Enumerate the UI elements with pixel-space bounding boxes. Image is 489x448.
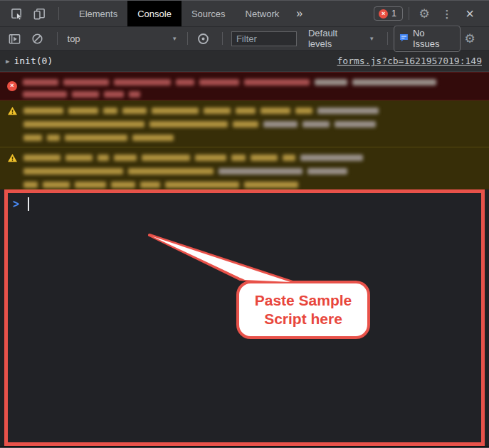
- redacted-text-line: [23, 88, 482, 100]
- console-prompt-icon: >: [13, 197, 19, 212]
- issues-flag-icon: [399, 33, 409, 43]
- divider: [58, 7, 59, 20]
- text-cursor: [28, 197, 29, 211]
- error-count-label: 1: [391, 9, 396, 19]
- devtools-window: Elements Console Sources Network » × 1 ⚙…: [0, 0, 489, 448]
- redacted-text-line: [23, 118, 482, 131]
- console-sidebar-icon[interactable]: [6, 29, 24, 48]
- divider: [409, 7, 409, 20]
- divider: [222, 32, 223, 45]
- redacted-text-line: [23, 178, 482, 192]
- device-toolbar-icon[interactable]: [30, 4, 48, 23]
- console-warning-message[interactable]: [0, 100, 489, 147]
- annotation-callout: Paste Sample Script here: [238, 282, 369, 338]
- clear-console-icon: [31, 32, 44, 46]
- live-expression-eye-icon[interactable]: [194, 29, 212, 48]
- settings-gear-icon[interactable]: ⚙: [415, 4, 433, 23]
- eye-icon: [196, 32, 210, 46]
- error-circle-icon: ×: [379, 9, 388, 19]
- context-value: top: [68, 33, 80, 44]
- annotation-text-line1: Paste Sample: [255, 291, 352, 310]
- issues-badge[interactable]: No Issues: [394, 26, 461, 52]
- panel-tabs: Elements Console Sources Network »: [69, 1, 310, 26]
- console-log-row[interactable]: ▶ init(0) forms.js?cb=1621957019:149: [0, 51, 489, 72]
- chevron-down-icon: ▼: [369, 36, 374, 42]
- console-sidebar-icon: [8, 32, 21, 46]
- chevron-down-icon: ▼: [172, 36, 177, 42]
- inspect-element-icon[interactable]: [7, 4, 26, 23]
- console-warning-message[interactable]: [0, 147, 489, 189]
- error-circle-icon: ×: [7, 78, 17, 97]
- error-count-badge[interactable]: × 1: [374, 6, 403, 21]
- source-link[interactable]: forms.js?cb=1621957019:149: [337, 56, 483, 66]
- filter-input[interactable]: [231, 31, 297, 46]
- warning-triangle-icon: [7, 105, 18, 144]
- redacted-text-line: [23, 151, 482, 165]
- redacted-text-line: [23, 104, 482, 118]
- tab-elements[interactable]: Elements: [69, 1, 127, 26]
- redacted-text-line: [23, 131, 482, 145]
- tab-console[interactable]: Console: [127, 1, 182, 26]
- expand-caret-icon[interactable]: ▶: [6, 58, 9, 65]
- log-levels-value: Default levels: [308, 28, 363, 49]
- javascript-context-dropdown[interactable]: top ▼: [63, 33, 182, 44]
- device-toolbar-icon: [33, 7, 46, 21]
- log-levels-dropdown[interactable]: Default levels ▼: [308, 28, 374, 49]
- annotation-text-line2: Script here: [264, 310, 342, 328]
- redacted-text-line: [23, 165, 482, 178]
- tab-sources[interactable]: Sources: [182, 1, 236, 26]
- redacted-text-line: [23, 76, 482, 88]
- more-tabs-icon[interactable]: »: [289, 1, 310, 26]
- tab-network[interactable]: Network: [236, 1, 290, 26]
- divider: [387, 32, 388, 45]
- console-settings-gear-icon[interactable]: ⚙: [461, 29, 479, 48]
- redacted-warning-text: [23, 151, 482, 187]
- issues-label: No Issues: [413, 28, 453, 49]
- divider: [187, 32, 188, 45]
- devtools-tabbar: Elements Console Sources Network » × 1 ⚙…: [0, 0, 489, 27]
- redacted-warning-text: [23, 104, 482, 144]
- clear-console-icon[interactable]: [28, 29, 47, 48]
- redacted-error-text: [23, 76, 482, 97]
- console-error-message[interactable]: ×: [0, 72, 489, 100]
- warning-triangle-icon: [7, 152, 18, 187]
- more-options-icon[interactable]: ⋮: [438, 4, 456, 23]
- divider: [57, 32, 58, 45]
- console-toolbar: top ▼ Default levels ▼ No Issues ⚙: [0, 27, 489, 51]
- log-text: init(0): [14, 56, 53, 66]
- close-icon[interactable]: ×: [461, 4, 479, 23]
- inspect-element-icon: [10, 7, 23, 21]
